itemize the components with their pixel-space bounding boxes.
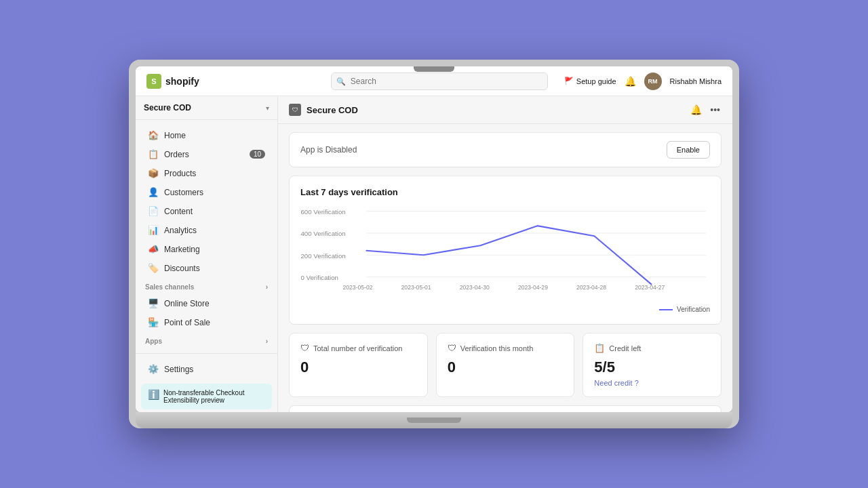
svg-text:2023-04-29: 2023-04-29 xyxy=(518,284,548,291)
sidebar-item-label: Home xyxy=(164,131,186,140)
shield-icon: 🛡 xyxy=(448,343,456,353)
user-name: Rishabh Mishra xyxy=(670,77,722,85)
sidebar-nav: 🏠 Home 📋 Orders 10 📦 Products xyxy=(136,120,277,353)
home-icon: 🏠 xyxy=(148,130,159,140)
sidebar-item-label: Marketing xyxy=(164,245,200,254)
sidebar-item-point-of-sale[interactable]: 🏪 Point of Sale xyxy=(138,313,275,331)
stat-label: Credit left xyxy=(609,344,641,352)
main-body: Secure COD ▾ 🏠 Home 📋 Orders 10 xyxy=(136,96,732,412)
notification-bell-icon[interactable]: 🔔 xyxy=(625,76,636,87)
sidebar-item-label: Products xyxy=(164,169,196,178)
chart-container: 600 Verification 400 Verification 200 Ve… xyxy=(300,205,710,300)
stat-label: Verification this month xyxy=(460,344,534,352)
faq-card: Faq Section How to add the block ? ∨ Wha… xyxy=(289,405,722,412)
products-icon: 📦 xyxy=(148,168,159,178)
app-icon: 🛡 xyxy=(289,104,301,116)
store-selector[interactable]: Secure COD ▾ xyxy=(136,96,277,120)
credit-icon: 📋 xyxy=(594,343,605,353)
avatar: RM xyxy=(644,73,662,90)
stat-verification-month: 🛡 Verification this month 0 xyxy=(436,333,575,397)
sales-channels-label: Sales channels xyxy=(145,283,194,291)
discounts-icon: 🏷️ xyxy=(148,263,159,273)
brand-label: shopify xyxy=(165,76,199,87)
stat-value: 0 xyxy=(300,359,416,376)
chevron-down-icon: ▾ xyxy=(266,104,269,112)
online-store-icon: 🖥️ xyxy=(148,298,159,308)
sidebar-item-label: Settings xyxy=(164,365,193,374)
analytics-icon: 📊 xyxy=(148,225,159,235)
stat-header: 🛡 Total number of verification xyxy=(300,343,416,353)
stat-total-verification: 🛡 Total number of verification 0 xyxy=(289,333,428,397)
chart-title: Last 7 days verification xyxy=(300,187,710,197)
svg-text:600 Verification: 600 Verification xyxy=(300,208,345,216)
sidebar-item-label: Orders xyxy=(164,150,189,159)
need-credit-link[interactable]: Need credit ? xyxy=(594,379,710,387)
content-header-left: 🛡 Secure COD xyxy=(289,104,358,116)
sidebar-bottom: ⚙️ Settings ℹ️ Non-transferable Checkout… xyxy=(136,353,277,412)
svg-text:2023-04-27: 2023-04-27 xyxy=(635,284,665,291)
content-title: Secure COD xyxy=(307,105,358,115)
store-name: Secure COD xyxy=(144,103,191,113)
chart-legend: Verification xyxy=(300,306,710,313)
sidebar-item-products[interactable]: 📦 Products xyxy=(138,164,275,182)
svg-text:0 Verification: 0 Verification xyxy=(300,274,338,281)
app-container: S shopify 🔍 🚩 Setup guide 🔔 RM Rishabh M… xyxy=(136,66,732,412)
content-inner: App is Disabled Enable Last 7 days verif… xyxy=(278,124,732,412)
sales-channels-section: Sales channels › xyxy=(136,278,277,293)
apps-label: Apps xyxy=(145,338,162,345)
stat-header: 🛡 Verification this month xyxy=(448,343,564,353)
sidebar-item-orders[interactable]: 📋 Orders 10 xyxy=(138,145,275,163)
stat-credit-left: 📋 Credit left 5/5 Need credit ? xyxy=(583,333,722,397)
svg-text:200 Verification: 200 Verification xyxy=(300,252,345,260)
sidebar-item-label: Discounts xyxy=(164,264,200,273)
sidebar-item-label: Point of Sale xyxy=(164,318,210,327)
laptop-base-notch xyxy=(407,418,461,423)
svg-text:2023-04-30: 2023-04-30 xyxy=(460,284,490,291)
shopify-logo-icon: S xyxy=(146,74,161,89)
content-header-right: 🔔 ••• xyxy=(689,103,722,117)
settings-icon: ⚙️ xyxy=(148,364,159,374)
sidebar-item-label: Online Store xyxy=(164,299,210,308)
apps-section: Apps › xyxy=(136,332,277,348)
setup-guide-label: Setup guide xyxy=(576,77,616,85)
chart-card: Last 7 days verification 600 Verificatio… xyxy=(289,176,722,325)
sidebar-item-settings[interactable]: ⚙️ Settings xyxy=(138,360,275,378)
sidebar-item-customers[interactable]: 👤 Customers xyxy=(138,183,275,201)
expand-icon: › xyxy=(266,338,268,345)
app-disabled-bar: App is Disabled Enable xyxy=(290,133,721,167)
sidebar-item-home[interactable]: 🏠 Home xyxy=(138,126,275,144)
content-area: 🛡 Secure COD 🔔 ••• App is Disabled xyxy=(278,96,732,412)
legend-line xyxy=(659,309,673,310)
orders-icon: 📋 xyxy=(148,149,159,159)
sidebar-item-label: Customers xyxy=(164,188,203,197)
bell-icon[interactable]: 🔔 xyxy=(689,103,703,117)
pos-icon: 🏪 xyxy=(148,317,159,327)
notification-banner: ℹ️ Non-transferable Checkout Extensibili… xyxy=(141,384,272,409)
stats-grid: 🛡 Total number of verification 0 🛡 Verif… xyxy=(289,333,722,397)
shield-icon: 🛡 xyxy=(300,343,309,353)
sidebar-item-discounts[interactable]: 🏷️ Discounts xyxy=(138,259,275,277)
content-icon: 📄 xyxy=(148,206,159,216)
setup-guide-button[interactable]: 🚩 Setup guide xyxy=(564,77,616,85)
content-header: 🛡 Secure COD 🔔 ••• xyxy=(278,96,732,124)
orders-badge: 10 xyxy=(250,150,265,159)
app-status-card: App is Disabled Enable xyxy=(289,132,722,167)
svg-text:2023-04-28: 2023-04-28 xyxy=(576,284,606,291)
flag-icon: 🚩 xyxy=(564,77,574,85)
more-options-icon[interactable]: ••• xyxy=(709,103,722,117)
sidebar-item-analytics[interactable]: 📊 Analytics xyxy=(138,221,275,239)
enable-button[interactable]: Enable xyxy=(667,141,710,159)
svg-text:400 Verification: 400 Verification xyxy=(300,230,345,237)
search-input[interactable] xyxy=(331,73,548,90)
notification-text: Non-transferable Checkout Extensibility … xyxy=(163,389,265,404)
shopify-logo: S shopify xyxy=(146,74,199,89)
verification-chart: 600 Verification 400 Verification 200 Ve… xyxy=(300,205,710,300)
svg-text:2023-05-02: 2023-05-02 xyxy=(342,284,372,291)
camera-notch xyxy=(414,66,454,72)
sidebar-item-content[interactable]: 📄 Content xyxy=(138,202,275,220)
sidebar-item-marketing[interactable]: 📣 Marketing xyxy=(138,240,275,258)
sidebar-item-online-store[interactable]: 🖥️ Online Store xyxy=(138,294,275,312)
info-icon: ℹ️ xyxy=(148,389,159,400)
stat-header: 📋 Credit left xyxy=(594,343,710,353)
legend-label: Verification xyxy=(677,306,710,313)
